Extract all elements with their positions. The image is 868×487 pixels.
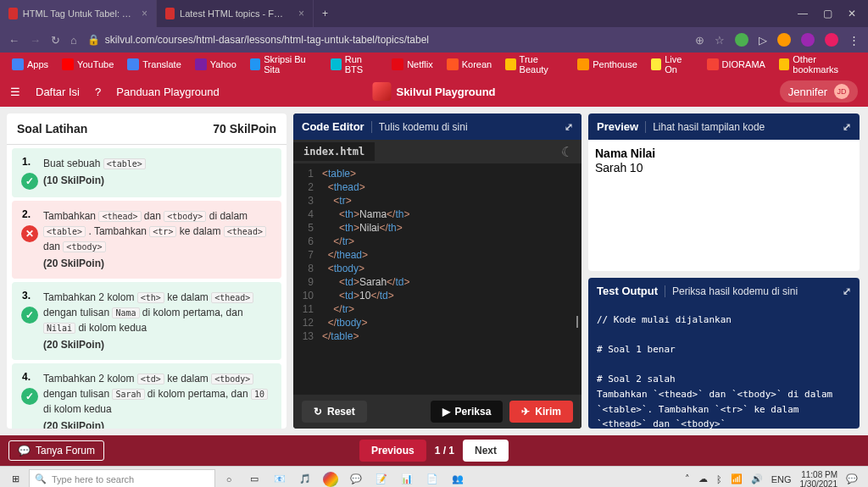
bookmark-item[interactable]: Skripsi Bu Sita — [245, 53, 323, 76]
bookmark-item[interactable]: Run BTS — [326, 53, 383, 76]
reset-button[interactable]: ↻ Reset — [302, 401, 367, 423]
wifi-icon[interactable]: 📶 — [731, 473, 743, 484]
kirim-button[interactable]: ✈ Kirim — [509, 401, 573, 423]
app-icon[interactable]: 📊 — [395, 469, 419, 488]
tray-chevron-icon[interactable]: ˄ — [685, 473, 690, 484]
bookmark-apps[interactable]: Apps — [7, 57, 53, 72]
avatar: JD — [834, 84, 849, 99]
preview-title: Preview — [597, 120, 638, 133]
panduan-link[interactable]: Panduan Playground — [116, 86, 219, 98]
maximize-icon[interactable]: ▢ — [823, 8, 832, 19]
code-text: <table> <thead> <tr> <th>Nama</th> <th>N… — [322, 167, 409, 395]
test-output-panel: Test Output Periksa hasil kodemu di sini… — [588, 278, 860, 429]
minimize-icon[interactable]: — — [798, 8, 808, 19]
taskview-icon[interactable]: ▭ — [242, 469, 266, 488]
bookmark-item[interactable]: YouTube — [57, 57, 119, 72]
app-icon[interactable]: 👥 — [446, 469, 470, 488]
file-tab[interactable]: index.html — [293, 142, 375, 161]
bookmark-item[interactable]: Penthouse — [572, 57, 643, 72]
bookmark-item[interactable]: Netflix — [387, 57, 438, 72]
logo-icon — [372, 82, 391, 101]
forward-icon[interactable]: → — [30, 34, 41, 47]
lang-indicator[interactable]: ENG — [771, 474, 792, 484]
app-icon[interactable]: 📝 — [370, 469, 393, 488]
user-menu[interactable]: Jennifer JD — [780, 80, 858, 102]
profile-icon[interactable] — [825, 33, 838, 47]
bookmark-item[interactable]: Live On — [646, 53, 698, 76]
close-window-icon[interactable]: ✕ — [848, 8, 856, 19]
expand-icon[interactable]: ⤢ — [843, 285, 851, 297]
tab-title: Latest HTML topics - Forum Skilv — [180, 8, 288, 19]
bookmark-item[interactable]: Korean — [442, 57, 497, 72]
bookmark-item[interactable]: True Beauty — [500, 53, 569, 76]
periksa-button[interactable]: ▶ Periksa — [431, 401, 504, 423]
lock-icon: 🔒 — [87, 34, 100, 46]
bookmarks-bar: Apps YouTube Translate Yahoo Skripsi Bu … — [0, 53, 868, 76]
url-field[interactable]: 🔒 skilvul.com/courses/html-dasar/lessons… — [87, 34, 685, 46]
preview-panel: Preview Lihat hasil tampilan kode ⤢ Nama… — [588, 113, 860, 271]
app-icon[interactable]: 💬 — [344, 469, 368, 488]
quiz-item-2: 2. ✕ Tambahkan <thead> dan <tbody> di da… — [12, 201, 281, 279]
clock[interactable]: 11:08 PM 1/30/2021 — [800, 470, 838, 488]
cloud-icon[interactable]: ☁ — [698, 473, 708, 484]
editor-title: Code Editor — [302, 120, 364, 133]
start-icon[interactable]: ⊞ — [3, 469, 27, 488]
daftar-isi-link[interactable]: Daftar Isi — [36, 86, 80, 98]
menu-icon[interactable]: ⋮ — [849, 34, 860, 47]
theme-toggle-icon[interactable]: ☾ — [553, 144, 581, 160]
editor-subtitle: Tulis kodemu di sini — [371, 121, 468, 133]
taskbar-search[interactable]: 🔍 Type here to search — [29, 469, 215, 488]
app-icon[interactable]: 📧 — [268, 469, 292, 488]
browser-tab-2[interactable]: Latest HTML topics - Forum Skilv × — [157, 0, 314, 27]
favicon-icon — [8, 8, 18, 19]
back-icon[interactable]: ← — [8, 34, 19, 47]
quiz-list[interactable]: 1. ✓ Buat sebuah <table> (10 SkilPoin) 2… — [7, 145, 287, 429]
browser-tab-1[interactable]: HTML Tag Untuk Tabel: Tabel - Sk × — [0, 0, 157, 27]
favicon-icon — [165, 8, 175, 19]
close-icon[interactable]: × — [298, 8, 304, 19]
bookmark-item[interactable]: Translate — [122, 57, 186, 72]
bluetooth-icon[interactable]: ᛒ — [716, 474, 722, 484]
address-bar: ← → ↻ ⌂ 🔒 skilvul.com/courses/html-dasar… — [0, 27, 868, 53]
lesson-footer: 💬 Tanya Forum Previous 1 / 1 Next — [0, 435, 868, 466]
ext-icon[interactable] — [735, 33, 748, 47]
url-text: skilvul.com/courses/html-dasar/lessons/h… — [105, 34, 429, 46]
app-icon[interactable]: 📄 — [420, 469, 444, 488]
code-editor-panel: Code Editor Tulis kodemu di sini ⤢ index… — [293, 113, 581, 429]
next-button[interactable]: Next — [463, 440, 509, 462]
cortana-icon[interactable]: ○ — [217, 469, 241, 488]
reload-icon[interactable]: ↻ — [51, 34, 60, 47]
expand-icon[interactable]: ⤢ — [843, 121, 851, 133]
brand-logo: Skilvul Playground — [372, 82, 495, 101]
new-tab-button[interactable]: + — [314, 8, 337, 19]
close-icon[interactable]: × — [142, 8, 147, 19]
ext-icon[interactable] — [777, 33, 791, 47]
quiz-title: Soal Latihan — [17, 122, 87, 136]
search-icon[interactable]: ⊕ — [695, 34, 704, 47]
code-area[interactable]: 12345678910111213 <table> <thead> <tr> <… — [293, 163, 581, 395]
app-icon[interactable] — [319, 469, 342, 488]
previous-button[interactable]: Previous — [359, 440, 426, 462]
other-bookmarks[interactable]: Other bookmarks — [774, 53, 861, 76]
expand-icon[interactable]: ⤢ — [565, 121, 573, 133]
x-icon: ✕ — [21, 225, 38, 242]
quiz-points: 70 SkilPoin — [213, 122, 276, 136]
home-icon[interactable]: ⌂ — [70, 34, 77, 47]
tanya-forum-button[interactable]: 💬 Tanya Forum — [8, 440, 104, 461]
menu-icon[interactable]: ☰ — [10, 86, 20, 98]
app-header: ☰ Daftar Isi ? Panduan Playground Skilvu… — [0, 76, 868, 107]
cursor-icon[interactable]: ▷ — [759, 34, 767, 47]
main-content: Soal Latihan 70 SkilPoin 1. ✓ Buat sebua… — [0, 107, 868, 435]
quiz-panel: Soal Latihan 70 SkilPoin 1. ✓ Buat sebua… — [7, 113, 287, 429]
star-icon[interactable]: ☆ — [715, 34, 725, 47]
check-icon: ✓ — [21, 388, 38, 405]
app-icon[interactable]: 🎵 — [293, 469, 317, 488]
notification-icon[interactable]: 💬 — [846, 473, 858, 484]
ext-icon[interactable] — [801, 33, 815, 47]
bookmark-item[interactable]: Yahoo — [190, 57, 242, 72]
windows-taskbar: ⊞ 🔍 Type here to search ○ ▭ 📧 🎵 💬 📝 📊 📄 … — [0, 466, 868, 487]
volume-icon[interactable]: 🔊 — [751, 473, 763, 484]
help-icon: ? — [95, 86, 101, 98]
check-icon: ✓ — [21, 307, 38, 324]
bookmark-item[interactable]: DIORAMA — [702, 57, 771, 72]
